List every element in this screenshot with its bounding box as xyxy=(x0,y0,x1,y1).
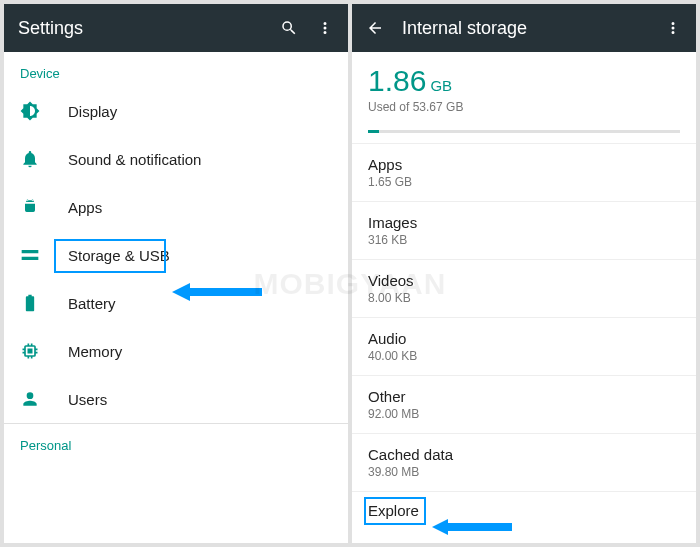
usage-summary: 1.86GB Used of 53.67 GB xyxy=(352,52,696,120)
storage-title: Internal storage xyxy=(402,18,646,39)
row-audio[interactable]: Audio 40.00 KB xyxy=(352,317,696,375)
user-icon xyxy=(20,389,40,409)
row-name: Images xyxy=(368,214,680,231)
usage-progress-fill xyxy=(368,130,379,133)
row-name: Videos xyxy=(368,272,680,289)
row-name: Audio xyxy=(368,330,680,347)
row-size: 1.65 GB xyxy=(368,175,680,189)
storage-appbar: Internal storage xyxy=(352,4,696,52)
item-users[interactable]: Users xyxy=(4,375,348,423)
storage-icon xyxy=(20,245,40,265)
row-name: Cached data xyxy=(368,446,680,463)
memory-icon xyxy=(20,341,40,361)
overflow-icon[interactable] xyxy=(316,19,334,37)
item-memory[interactable]: Memory xyxy=(4,327,348,375)
item-battery[interactable]: Battery xyxy=(4,279,348,327)
row-images[interactable]: Images 316 KB xyxy=(352,201,696,259)
usage-value: 1.86 xyxy=(368,64,426,98)
item-label: Users xyxy=(68,391,107,408)
section-device: Device xyxy=(4,52,348,87)
item-label: Display xyxy=(68,103,117,120)
row-size: 8.00 KB xyxy=(368,291,680,305)
android-icon xyxy=(20,197,40,217)
row-cached[interactable]: Cached data 39.80 MB xyxy=(352,433,696,491)
explore-label: Explore xyxy=(368,502,419,519)
usage-sub: Used of 53.67 GB xyxy=(368,100,680,114)
search-icon[interactable] xyxy=(280,19,298,37)
settings-appbar: Settings xyxy=(4,4,348,52)
row-size: 40.00 KB xyxy=(368,349,680,363)
usage-progress xyxy=(368,130,680,133)
item-display[interactable]: Display xyxy=(4,87,348,135)
row-explore[interactable]: Explore xyxy=(352,491,696,529)
item-storage[interactable]: Storage & USB xyxy=(4,231,348,279)
item-label: Apps xyxy=(68,199,102,216)
back-icon[interactable] xyxy=(366,19,384,37)
brightness-icon xyxy=(20,101,40,121)
settings-screen: Settings Device Display Sound & notifica… xyxy=(4,4,348,543)
row-other[interactable]: Other 92.00 MB xyxy=(352,375,696,433)
row-name: Apps xyxy=(368,156,680,173)
item-label: Sound & notification xyxy=(68,151,201,168)
usage-unit: GB xyxy=(430,77,452,94)
row-size: 39.80 MB xyxy=(368,465,680,479)
item-sound[interactable]: Sound & notification xyxy=(4,135,348,183)
row-videos[interactable]: Videos 8.00 KB xyxy=(352,259,696,317)
row-name: Other xyxy=(368,388,680,405)
bell-icon xyxy=(20,149,40,169)
item-apps[interactable]: Apps xyxy=(4,183,348,231)
storage-screen: Internal storage 1.86GB Used of 53.67 GB… xyxy=(352,4,696,543)
battery-icon xyxy=(20,293,40,313)
row-size: 92.00 MB xyxy=(368,407,680,421)
section-personal: Personal xyxy=(4,423,348,459)
settings-title: Settings xyxy=(18,18,262,39)
item-label: Storage & USB xyxy=(68,247,170,264)
overflow-icon[interactable] xyxy=(664,19,682,37)
item-label: Memory xyxy=(68,343,122,360)
item-label: Battery xyxy=(68,295,116,312)
row-apps[interactable]: Apps 1.65 GB xyxy=(352,143,696,201)
row-size: 316 KB xyxy=(368,233,680,247)
